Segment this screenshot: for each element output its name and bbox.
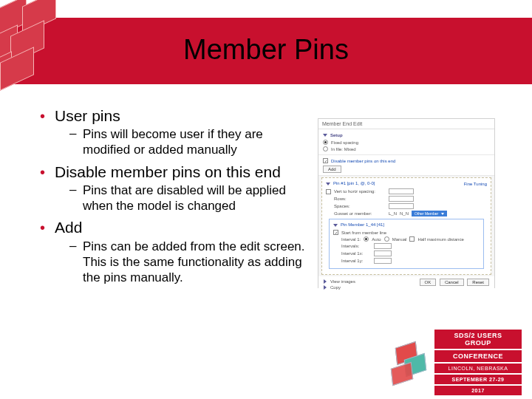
setup-label: Setup <box>330 133 343 137</box>
sub-list: – Pins can be added from the edit screen… <box>69 239 306 286</box>
slide-title: Member Pins <box>0 34 532 66</box>
badge-text-group: SDS/2 USERS GROUP CONFERENCE LINCOLN, NE… <box>434 330 522 395</box>
view-images-label: View images <box>330 279 355 284</box>
gusset-dropdown: Other Member <box>412 211 447 216</box>
radio-infile-label: In file: Mixed <box>331 147 356 151</box>
interval1x-field <box>374 250 392 256</box>
conference-badge: SDS/2 USERS GROUP CONFERENCE LINCOLN, NE… <box>389 332 522 392</box>
badge-line1: SDS/2 USERS GROUP <box>434 330 522 349</box>
badge-line4: SEPTEMBER 27-29 <box>434 375 522 384</box>
fine-tuning-link: Fine Tuning <box>464 182 487 186</box>
sub-item: – Pins will become user if they are modi… <box>69 126 306 158</box>
sub-item: – Pins that are disabled will be applied… <box>69 183 306 214</box>
rows-label: Rows: <box>334 197 386 201</box>
dialog-title: Member End Edit <box>318 119 494 129</box>
badge-cubes-icon <box>389 340 433 384</box>
dash-marker: – <box>69 126 83 141</box>
spaces-label: Spaces: <box>334 204 386 208</box>
checkbox-startfrom: ✓ <box>333 230 338 235</box>
chevron-right-icon <box>324 279 327 284</box>
dialog-footer: OK Cancel Reset <box>420 277 491 286</box>
bullet-marker: • <box>40 165 55 180</box>
intervals-label: Intervals: <box>341 244 371 248</box>
badge-line2: CONFERENCE <box>434 350 522 362</box>
interval1x-label: Interval 1x: <box>341 251 371 256</box>
dash-marker: – <box>69 183 83 197</box>
content-area: • User pins – Pins will become user if t… <box>40 106 306 290</box>
checkbox-disable-pins: ✓ <box>323 158 328 163</box>
bullet-item: • Add – Pins can be added from the edit … <box>40 218 306 285</box>
bullet-marker: • <box>40 109 55 123</box>
bullet-label: User pins <box>55 106 120 125</box>
bullet-item: • Disable member pins on this end – Pins… <box>40 163 306 214</box>
chevron-down-icon <box>323 134 327 137</box>
pin-member-panel: Pin Member 1_44 [41] ✓Start from member … <box>329 219 484 269</box>
radio-manual-label: Manual <box>392 237 407 242</box>
sub-text: Pins can be added from the edit screen. … <box>83 239 306 286</box>
sub-item: – Pins can be added from the edit screen… <box>69 239 306 286</box>
radio-auto-label: Auto <box>372 237 381 242</box>
sub-list: – Pins will become user if they are modi… <box>69 126 306 158</box>
vert-spacing-label: Vert to horiz spacing: <box>334 189 386 194</box>
disable-pins-label: Disable member pins on this end <box>331 159 395 163</box>
spaces-field <box>389 203 414 209</box>
half-label: Half maximum distance <box>417 237 463 242</box>
chevron-down-icon <box>441 213 444 215</box>
chevron-down-icon <box>333 224 338 227</box>
bullet-label: Add <box>55 218 82 236</box>
checkbox-vertspacing <box>326 189 331 194</box>
pin-member-title: Pin Member 1_44 [41] <box>341 222 384 228</box>
reset-button: Reset <box>467 279 489 286</box>
sub-list: – Pins that are disabled will be applied… <box>69 183 306 214</box>
bullet-list: • User pins – Pins will become user if t… <box>40 106 306 285</box>
rows-field <box>389 196 414 202</box>
badge-line3: LINCOLN, NEBRASKA <box>434 364 522 373</box>
intervals-field <box>374 243 392 249</box>
radio-fixed-spacing <box>323 140 328 145</box>
interval1y-field <box>374 258 392 264</box>
checkbox-half <box>409 236 415 242</box>
gusset-dropdown-value: Other Member <box>415 211 438 216</box>
bullet-item: • User pins – Pins will become user if t… <box>40 106 306 158</box>
bullet-label: Disable member pins on this end <box>55 163 281 181</box>
radio-infile <box>323 146 328 151</box>
embedded-screenshot: Member End Edit Setup Fixed spacing In f… <box>318 118 495 288</box>
bullet-marker: • <box>40 220 55 235</box>
startfrom-label: Start from member line <box>341 231 386 235</box>
radio-auto <box>364 236 369 242</box>
cancel-button: Cancel <box>440 279 464 286</box>
badge-line5: 2017 <box>434 386 522 395</box>
interval-label: Interval 1: <box>341 237 361 242</box>
sub-text: Pins will become user if they are modifi… <box>83 126 306 158</box>
vert-spacing-field <box>389 188 414 194</box>
chevron-down-icon <box>326 183 330 185</box>
gusset-label: Gusset or member: <box>334 211 386 216</box>
gusset-val-b: N_N <box>400 211 409 216</box>
ok-button: OK <box>420 279 437 286</box>
pin-group-title: Pin #1 [pin 1, @, 0-0] <box>333 181 375 187</box>
radio-fixed-spacing-label: Fixed spacing <box>331 140 358 145</box>
section-setup-header: Setup <box>323 132 490 139</box>
interval1y-label: Interval 1y: <box>341 259 371 263</box>
gusset-val-a: L_N <box>389 211 397 216</box>
pin-group-panel: Pin #1 [pin 1, @, 0-0] Fine Tuning Vert … <box>321 177 491 275</box>
chevron-right-icon <box>324 285 327 290</box>
dash-marker: – <box>69 239 83 253</box>
sub-text: Pins that are disabled will be applied w… <box>83 183 306 214</box>
copy-label: Copy <box>330 285 341 290</box>
add-button: Add <box>323 166 341 173</box>
radio-manual <box>384 236 389 242</box>
